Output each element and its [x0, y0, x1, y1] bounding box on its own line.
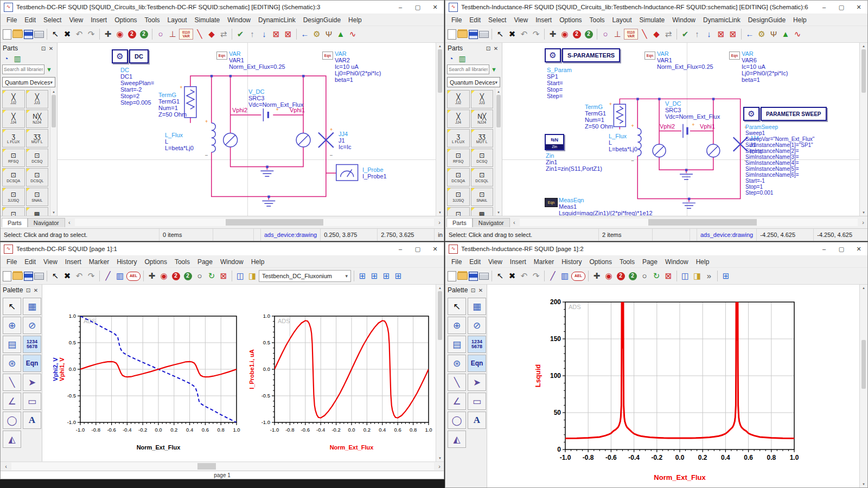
- part-rfsq[interactable]: ⊡RFSQ: [447, 149, 470, 167]
- check-design-icon[interactable]: ✔: [235, 29, 246, 40]
- param-line[interactable]: DC1: [120, 73, 154, 80]
- history-icon[interactable]: ▥: [559, 271, 570, 281]
- redo-icon[interactable]: ↷: [531, 29, 541, 40]
- insert-ground-icon[interactable]: ⊥: [612, 29, 623, 40]
- param-line[interactable]: SimInstanceName[4]=: [745, 160, 814, 166]
- antenna-plot-tool[interactable]: ⊛: [448, 355, 466, 372]
- param-line[interactable]: beta=1: [335, 76, 381, 83]
- menu-edit[interactable]: Edit: [21, 15, 40, 25]
- filter-funnel-icon[interactable]: ▼: [491, 66, 497, 73]
- iprobe-params[interactable]: I_ProbeI_Probe1: [362, 166, 387, 179]
- param-line[interactable]: Step=0.005: [120, 99, 154, 106]
- param-line[interactable]: Lj0=Phi0/(2*pi*Ic): [335, 70, 381, 76]
- table-tool[interactable]: 12345678: [468, 336, 486, 353]
- param-line[interactable]: Lsquid=imag(Zin1)/(2*pi*freq)*1e12: [559, 210, 653, 216]
- menu-view[interactable]: View: [65, 15, 87, 25]
- param-line[interactable]: Zin1: [546, 159, 602, 165]
- menu-insert[interactable]: Insert: [87, 15, 111, 25]
- image-tool[interactable]: ◭: [448, 431, 466, 448]
- print-icon[interactable]: [34, 31, 44, 38]
- delete-icon[interactable]: ✖: [507, 29, 518, 40]
- scrollbar-thumb[interactable]: [438, 49, 442, 93]
- dataset-yellow-icon[interactable]: ◨: [692, 271, 703, 281]
- part-jj4[interactable]: ╳JJ4: [2, 110, 25, 128]
- param-line[interactable]: Stop=: [547, 86, 572, 93]
- param-line[interactable]: Num=1: [158, 105, 187, 111]
- data-display-canvas[interactable]: -1.0-0.8-0.6-0.4-0.20.00.20.40.60.81.005…: [487, 285, 859, 487]
- menu-insert[interactable]: Insert: [532, 15, 556, 25]
- part-jj3[interactable]: ╳JJ3: [26, 90, 49, 108]
- zoom-area-icon[interactable]: ◉: [559, 29, 570, 40]
- vphi2-node-label[interactable]: Vphi2: [232, 107, 247, 113]
- window-data-display-inductance-rf-squid[interactable]: ∿ Testbench-Inductance-RF SQUID [page 1]…: [445, 242, 868, 488]
- push-up-icon[interactable]: ↑: [247, 29, 258, 40]
- menu-tools[interactable]: Tools: [616, 257, 639, 267]
- image-tool[interactable]: ◭: [3, 431, 21, 448]
- vdc-params[interactable]: V_DCSRC3Vdc=Norm_Ext_Flux: [665, 100, 720, 120]
- param-line[interactable]: Z=50 Ohm: [585, 123, 613, 130]
- param-line[interactable]: SimInstanceName[5]=: [745, 166, 814, 172]
- part-jj2[interactable]: ╳JJ2: [447, 90, 470, 108]
- menu-page[interactable]: Page: [639, 257, 661, 267]
- scrollbar-thumb[interactable]: [438, 291, 442, 340]
- zoom-select-icon[interactable]: ○: [194, 271, 205, 281]
- param-line[interactable]: beta=1: [742, 76, 788, 83]
- zoom-in-icon[interactable]: 2: [615, 271, 626, 281]
- zin-params-type[interactable]: Zin: [546, 152, 602, 159]
- save-icon[interactable]: [24, 272, 33, 281]
- param-line[interactable]: Step=: [547, 93, 572, 99]
- tab-parts[interactable]: Parts: [2, 218, 28, 227]
- pointer-icon[interactable]: ↖: [50, 29, 61, 40]
- filter-funnel-icon[interactable]: ▼: [46, 66, 52, 73]
- param-line[interactable]: SweepPlan=: [120, 80, 154, 86]
- vphi1-node-label[interactable]: Vphi1: [700, 123, 715, 130]
- scroll-down-icon[interactable]: ▼: [862, 481, 865, 487]
- open-folder-icon[interactable]: [12, 30, 23, 38]
- push-down-icon[interactable]: ↓: [259, 29, 270, 40]
- param-line[interactable]: Sweep1: [745, 130, 814, 136]
- arrow-tool[interactable]: ➤: [23, 374, 41, 391]
- part-dcsqa[interactable]: ⊡DCSQA: [2, 168, 25, 187]
- menu-tools[interactable]: Tools: [171, 257, 194, 267]
- delete-icon[interactable]: ✖: [62, 29, 73, 40]
- menu-edit[interactable]: Edit: [465, 257, 484, 267]
- maximize-button[interactable]: ▢: [409, 242, 426, 255]
- pointer-tool[interactable]: ↖: [3, 298, 21, 315]
- data-display-canvas[interactable]: -1.0-0.8-0.6-0.4-0.20.00.20.40.60.81.0-1…: [42, 285, 436, 461]
- param-line[interactable]: SimInstanceName[2]=: [745, 148, 814, 154]
- close-icon[interactable]: ✕: [492, 46, 500, 52]
- pointer-icon[interactable]: ↖: [495, 29, 506, 40]
- float-panel-icon[interactable]: ⊡: [40, 46, 47, 52]
- insert-wire-icon[interactable]: ╲: [194, 29, 205, 40]
- insert-marker-icon[interactable]: ╱: [547, 271, 558, 281]
- simulate-icon[interactable]: ▲: [335, 29, 346, 40]
- fit-view-icon[interactable]: ⊞: [357, 271, 368, 281]
- toolbar-overflow[interactable]: »: [704, 271, 714, 281]
- simulation-settings-gear-icon[interactable]: ⚙: [311, 29, 322, 40]
- maximize-button[interactable]: ▢: [409, 1, 426, 14]
- delete-icon[interactable]: ✖: [62, 271, 73, 281]
- var-eqn-icon[interactable]: Eqn: [322, 52, 333, 60]
- pointer-tool[interactable]: ↖: [448, 298, 466, 315]
- insert-port-icon[interactable]: ○: [600, 29, 611, 40]
- vertical-scrollbar[interactable]: ▲ ▼: [859, 43, 867, 216]
- close-button[interactable]: ✕: [850, 242, 867, 255]
- menu-history[interactable]: History: [558, 257, 585, 267]
- scroll-up-icon[interactable]: ▲: [438, 43, 442, 49]
- tune-icon[interactable]: Ψ: [323, 29, 334, 40]
- param-line[interactable]: Vdc=Norm_Ext_Flux: [665, 113, 720, 120]
- part-l-flux[interactable]: ʒL FLUX: [2, 129, 25, 147]
- equation-tool[interactable]: Eqn: [468, 355, 486, 372]
- zoom-in-view-icon[interactable]: ⊞: [369, 271, 380, 281]
- save-icon[interactable]: [24, 30, 33, 39]
- var2-params-type[interactable]: VAR: [335, 50, 381, 57]
- parts-scrollbar[interactable]: ▲ ▼: [50, 88, 57, 216]
- horizontal-scrollbar[interactable]: [520, 219, 858, 226]
- history-icon[interactable]: ▥: [114, 271, 125, 281]
- wire-name-icon[interactable]: ◆: [651, 29, 662, 40]
- scroll-down-icon[interactable]: ▼: [497, 209, 500, 216]
- zoom-area-icon[interactable]: ◉: [603, 271, 614, 281]
- redo-icon[interactable]: ↷: [531, 271, 541, 281]
- vdc-params[interactable]: V_DCSRC3Vdc=Norm_Ext_Flux: [248, 88, 303, 108]
- insert-marker-icon[interactable]: ╱: [103, 271, 113, 281]
